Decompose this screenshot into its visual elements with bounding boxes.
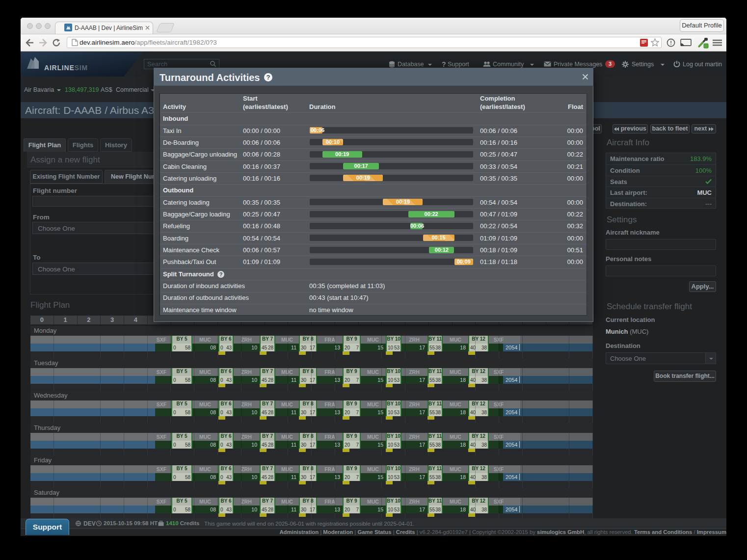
svg-text:!: ! xyxy=(670,40,672,46)
